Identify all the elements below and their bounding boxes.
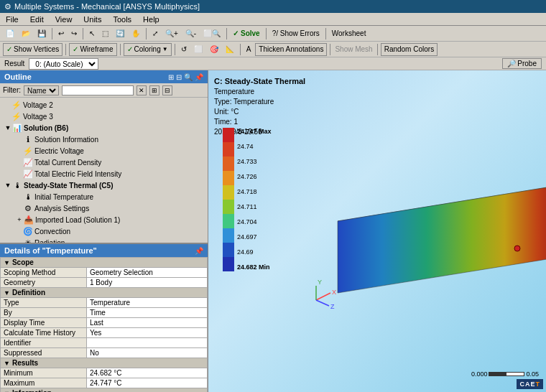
show-errors-btn[interactable]: ?/ Show Errors (269, 27, 323, 40)
outline-filter-btn[interactable]: 🔍 (184, 73, 193, 81)
rotate-view-btn[interactable]: ↺ (178, 43, 190, 56)
detail-value[interactable]: Last (87, 318, 208, 328)
tree-item-6[interactable]: 📈Total Current Density (1, 157, 206, 168)
detail-value[interactable]: Yes (87, 328, 208, 338)
details-pin-btn[interactable]: 📌 (195, 247, 203, 255)
detail-key: Scoping Method (1, 268, 87, 278)
tree-item-8[interactable]: ▼🌡Steady-State Thermal (C5) (1, 179, 206, 191)
tree-item-5[interactable]: ⚡Electric Voltage (1, 145, 206, 157)
toolbar-2: ✓ Show Vertices ✓ Wireframe ✓ Coloring ▼… (0, 42, 546, 57)
viewport[interactable]: C: Steady-State Thermal Temperature Type… (208, 70, 546, 392)
filter-type-select[interactable]: Name (24, 85, 59, 95)
section-toggle: ▼ (4, 259, 10, 266)
tree-item-9[interactable]: 🌡Initial Temperature (1, 191, 206, 202)
open-btn[interactable]: 📂 (19, 27, 33, 40)
sep2 (83, 28, 83, 39)
tree-icon-10: ⚙ (23, 203, 33, 213)
expand-icon-8[interactable]: ▼ (4, 182, 11, 189)
undo-btn[interactable]: ↩ (55, 27, 67, 40)
legend-color-5 (223, 200, 234, 214)
tree-item-3[interactable]: ▼📊Solution (B6) (1, 122, 206, 134)
tree-item-11[interactable]: +📥Imported Load (Solution 1) (1, 214, 206, 225)
tree-item-12[interactable]: 🌀Convection (1, 225, 206, 237)
tree-item-1[interactable]: ⚡Voltage 2 (1, 99, 206, 111)
detail-key: Calculate Time History (1, 328, 87, 338)
tree-item-10[interactable]: ⚙Analysis Settings (1, 202, 206, 214)
outline-collapse-btn[interactable]: ⊟ (176, 73, 182, 81)
random-colors-btn[interactable]: Random Colors (381, 43, 438, 56)
zoom-box-btn[interactable]: ⬜🔍 (200, 27, 223, 40)
wireframe-btn[interactable]: ✓ Wireframe (69, 43, 116, 56)
detail-row: ByTime (1, 308, 208, 318)
section-scope[interactable]: ▼Scope (1, 258, 208, 268)
info-title: C: Steady-State Thermal (214, 76, 305, 87)
detail-value[interactable]: 24.747 °C (87, 378, 208, 388)
menu-edit[interactable]: Edit (27, 14, 47, 24)
result-bar: Result 0: (Auto Scale) 🔎 Probe (0, 57, 546, 70)
tree-label-9: Initial Temperature (34, 193, 93, 201)
filter-expand-all-btn[interactable]: ⊞ (149, 85, 159, 95)
zoom-in-btn[interactable]: 🔍+ (162, 27, 181, 40)
detail-value[interactable]: 1 Body (87, 278, 208, 288)
tree-item-7[interactable]: 📈Total Electric Field Intensity (1, 168, 206, 179)
menu-help[interactable]: Help (140, 14, 162, 24)
edge-coloring-btn[interactable]: ✓ Coloring ▼ (124, 43, 172, 56)
outline-pin-btn[interactable]: 📌 (195, 73, 203, 81)
redo-btn[interactable]: ↪ (68, 27, 80, 40)
svg-text:Z: Z (330, 303, 335, 310)
new-btn[interactable]: 📄 (3, 27, 17, 40)
dropdown-arrow[interactable]: ▼ (162, 46, 168, 52)
legend-label-3: 24.726 (237, 173, 272, 181)
box-select-btn[interactable]: ⬚ (99, 27, 111, 40)
legend-color-1 (223, 142, 234, 157)
filter-clear-btn[interactable]: ✕ (136, 85, 147, 95)
tree-item-13[interactable]: ☀Radiation (1, 237, 206, 243)
save-btn[interactable]: 💾 (34, 27, 49, 40)
info-line4: Time: 1 (214, 117, 305, 127)
filter-collapse-all-btn[interactable]: ⊟ (162, 85, 172, 95)
probe-btn[interactable]: 🔎 Probe (502, 58, 542, 69)
show-vertices-btn[interactable]: ✓ Show Vertices (3, 43, 63, 56)
view-btn2[interactable]: ⬜ (191, 43, 205, 56)
detail-value[interactable]: Time (87, 308, 208, 318)
detail-row: Display TimeLast (1, 318, 208, 328)
thicken-annotations-btn[interactable]: Thicken Annotations (255, 43, 327, 56)
section-information[interactable]: ▼Information (1, 388, 208, 393)
zoom-fit-btn[interactable]: ⤢ (149, 27, 161, 40)
tree-icon-5: ⚡ (23, 146, 33, 156)
color-legend: 24.747 Max24.7424.73324.72624.71824.7112… (223, 128, 272, 271)
zoom-out-btn[interactable]: 🔍- (182, 27, 199, 40)
menu-file[interactable]: File (3, 14, 22, 24)
outline-expand-btn[interactable]: ⊞ (168, 73, 174, 81)
result-dropdown[interactable]: 0: (Auto Scale) (29, 58, 98, 70)
select-btn[interactable]: ↖ (86, 27, 98, 40)
tree-item-4[interactable]: ℹSolution Information (1, 134, 206, 145)
coloring-label: Coloring (134, 45, 161, 53)
rotate-btn[interactable]: 🔄 (113, 27, 127, 40)
annotation-btn[interactable]: A (244, 43, 254, 56)
legend-color-2 (223, 157, 234, 171)
section-definition[interactable]: ▼Definition (1, 288, 208, 298)
detail-value[interactable]: 24.682 °C (87, 368, 208, 378)
filter-input[interactable] (62, 85, 134, 95)
detail-value[interactable] (87, 338, 208, 348)
view-btn3[interactable]: 🎯 (207, 43, 221, 56)
detail-key: Identifier (1, 338, 87, 348)
solve-btn[interactable]: ✓ Solve (230, 27, 262, 40)
detail-value[interactable]: No (87, 348, 208, 358)
section-results[interactable]: ▼Results (1, 358, 208, 368)
menu-units[interactable]: Units (80, 14, 104, 24)
menu-tools[interactable]: Tools (110, 14, 134, 24)
detail-value[interactable]: Geometry Selection (87, 268, 208, 278)
tree-item-2[interactable]: ⚡Voltage 3 (1, 111, 206, 122)
expand-icon-11[interactable]: + (16, 216, 23, 223)
detail-value[interactable]: Temperature (87, 298, 208, 308)
tree-icon-1: ⚡ (11, 100, 22, 110)
worksheet-btn[interactable]: Worksheet (329, 27, 369, 40)
expand-icon-3[interactable]: ▼ (4, 124, 11, 131)
legend-color-9 (223, 257, 234, 271)
menu-view[interactable]: View (52, 14, 75, 24)
pan-btn[interactable]: ✋ (129, 27, 143, 40)
view-btn4[interactable]: 📐 (223, 43, 237, 56)
legend-color-6 (223, 214, 234, 228)
